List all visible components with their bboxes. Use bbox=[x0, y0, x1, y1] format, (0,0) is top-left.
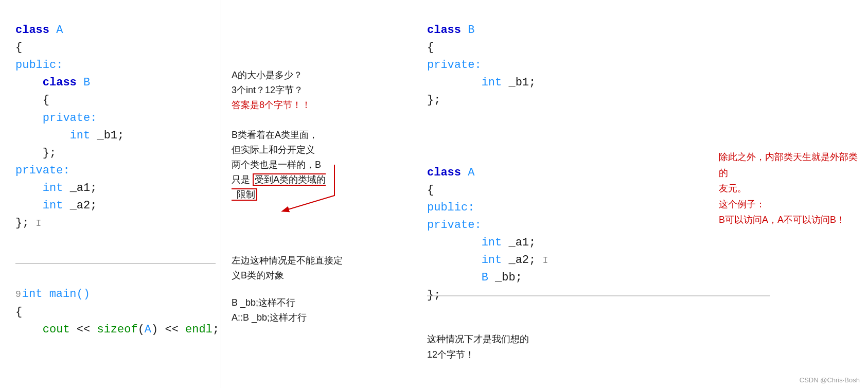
type-int-a1-right: int bbox=[482, 236, 502, 249]
brace-open-B-right: { bbox=[427, 41, 434, 54]
var-a2: _a2; bbox=[70, 199, 97, 212]
brace-open-main: { bbox=[15, 306, 22, 319]
stmt-cout: cout << sizeof(A) << endl; bbox=[43, 323, 219, 336]
var-b1-right: _b1; bbox=[508, 76, 536, 89]
ann-noobj-text: 左边这种情况是不能直接定 义B类的对象 bbox=[232, 253, 406, 283]
type-int-b1: int bbox=[70, 129, 91, 142]
ann-bottom-right: 这种情况下才是我们想的 12个字节！ bbox=[427, 331, 863, 363]
kw-class-B-right: class bbox=[427, 24, 461, 37]
type-int-a2-right: int bbox=[482, 254, 502, 267]
kw-class-A-right: class bbox=[427, 166, 461, 179]
kw-class-left: class bbox=[15, 24, 49, 37]
access-private-inner: private: bbox=[43, 112, 97, 125]
right-side-annotations: 除此之外，内部类天生就是外部类的 友元。 这个例子： B可以访问A，A不可以访问… bbox=[719, 149, 863, 228]
access-public: public: bbox=[15, 59, 63, 72]
spacer-right bbox=[427, 136, 863, 147]
annotation-bclass: B类看着在A类里面， 但实际上和分开定义 两个类也是一样的，B 只是 受到A类的… bbox=[232, 128, 406, 202]
access-public-A-right: public: bbox=[427, 201, 474, 214]
access-private-A-right: private: bbox=[427, 219, 482, 232]
right-classB-code: class B { private: int _b1; }; bbox=[427, 4, 863, 127]
brace-open-1: { bbox=[15, 41, 22, 54]
type-int-a1: int bbox=[43, 182, 63, 195]
ann-syntax-text: B _bb;这样不行 A::B _bb;这样才行 bbox=[232, 295, 406, 325]
left-code-panel: class A { public: class B { private: int… bbox=[0, 0, 221, 388]
middle-annotations-panel: A的大小是多少？ 3个int？12字节？ 答案是8个字节！！ B类看着在A类里面… bbox=[221, 0, 417, 388]
right-classB-section: class B { private: int _b1; }; bbox=[427, 4, 863, 127]
right-code-panel: class B { private: int _b1; }; class A {… bbox=[417, 0, 868, 388]
var-a1-right: _a1; bbox=[508, 236, 536, 249]
func-main: main() bbox=[49, 288, 90, 301]
classname-B-right: B bbox=[468, 24, 474, 37]
main-func-block: 9int main() { cout << sizeof(A) << endl; bbox=[15, 268, 216, 356]
ann-size-answer: 答案是8个字节！！ bbox=[232, 100, 311, 110]
highlight-line bbox=[427, 295, 770, 296]
type-B-bb-right: B bbox=[482, 271, 488, 284]
var-a1: _a1; bbox=[70, 182, 97, 195]
red-boxed-text: 受到A类的类域的 限制 bbox=[232, 173, 326, 201]
brace-close-B: }; bbox=[43, 147, 56, 160]
kw-class-B: class bbox=[43, 76, 77, 89]
cursor-line bbox=[15, 250, 216, 264]
left-code-block: class A { public: class B { private: int… bbox=[15, 4, 216, 250]
ann-bclass-text: B类看着在A类里面， 但实际上和分开定义 两个类也是一样的，B 只是 受到A类的… bbox=[232, 128, 406, 202]
watermark: CSDN @Chris·Bosh bbox=[800, 376, 860, 384]
ann-size-text: A的大小是多少？ 3个int？12字节？ 答案是8个字节！！ bbox=[232, 68, 406, 112]
classname-B: B bbox=[83, 76, 90, 89]
type-int-main: int bbox=[22, 288, 43, 301]
type-int-a2: int bbox=[43, 199, 63, 212]
classname-A-right: A bbox=[468, 166, 474, 179]
brace-close-B-right: }; bbox=[427, 94, 440, 107]
access-private-outer: private: bbox=[15, 164, 70, 177]
annotation-noobj: 左边这种情况是不能直接定 义B类的对象 bbox=[232, 253, 406, 283]
access-private-B-right: private: bbox=[427, 59, 482, 72]
main-container: class A { public: class B { private: int… bbox=[0, 0, 868, 388]
brace-open-2: { bbox=[43, 94, 49, 107]
var-a2-right: _a2; I bbox=[508, 254, 548, 267]
type-int-b1-right: int bbox=[482, 76, 502, 89]
brace-close-semi-A: }; I bbox=[15, 217, 41, 230]
ann-friend-text: 除此之外，内部类天生就是外部类的 友元。 这个例子： B可以访问A，A不可以访问… bbox=[719, 149, 863, 228]
annotation-syntax: B _bb;这样不行 A::B _bb;这样才行 bbox=[232, 295, 406, 325]
classname-A-left: A bbox=[56, 24, 63, 37]
brace-open-A-right: { bbox=[427, 184, 434, 197]
annotation-size: A的大小是多少？ 3个int？12字节？ 答案是8个字节！！ bbox=[232, 68, 406, 112]
var-bb-right: _bb; bbox=[495, 271, 522, 284]
var-b1: _b1; bbox=[97, 129, 124, 142]
